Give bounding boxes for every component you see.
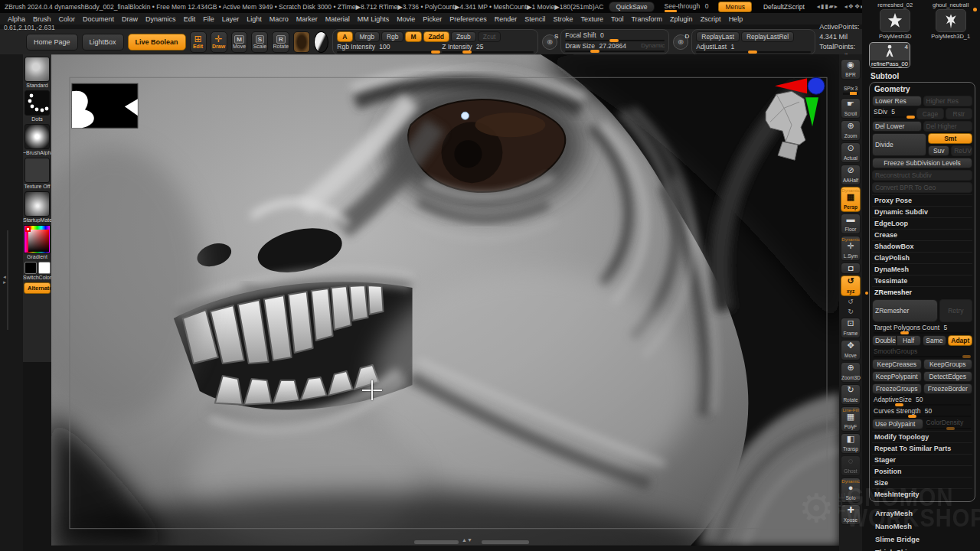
menu-item[interactable]: Material	[325, 15, 350, 23]
focal-shift-slider[interactable]: Focal Shift 0	[565, 31, 665, 41]
palette-section-header[interactable]: ArrayMesh	[869, 507, 977, 520]
geometry-subsection-header[interactable]: Modify Topology	[872, 431, 972, 442]
draw-button[interactable]: ✛ Draw	[211, 31, 227, 53]
subtool-header[interactable]: Subtool	[871, 72, 977, 80]
lightbox-button[interactable]: LightBox	[82, 34, 124, 51]
quicksave-button[interactable]: QuickSave	[609, 2, 654, 12]
freeze-subdivision-button[interactable]: Freeze SubDivision Levels	[872, 158, 972, 168]
color-picker[interactable]	[24, 225, 51, 253]
curves-strength-slider[interactable]: Curves Strength 50	[872, 407, 972, 417]
keeppolypaint-toggle[interactable]: KeepPolypaint	[872, 371, 922, 382]
del-lower-button[interactable]: Del Lower	[872, 121, 922, 132]
right-shelf-button[interactable]: ↻	[841, 308, 861, 316]
right-shelf-button[interactable]: Dynamic ● Solo	[841, 478, 861, 503]
current-alpha-thumbnail[interactable]	[293, 31, 310, 53]
menu-item[interactable]: Transform	[631, 15, 662, 23]
half-button[interactable]: Half	[897, 335, 921, 346]
rgb-intensity-slider[interactable]: Rgb Intensity 100	[337, 43, 440, 53]
canvas-scroll-arrows[interactable]: ▲▼	[462, 537, 472, 543]
lower-res-button[interactable]: Lower Res	[872, 96, 922, 106]
menu-item[interactable]: Macro	[270, 15, 289, 23]
geometry-subsection-header[interactable]: ShadowBox	[872, 240, 972, 252]
same-button[interactable]: Same	[923, 335, 947, 346]
menus-button[interactable]: Menus	[718, 2, 752, 12]
canvas-scrollbar-left[interactable]	[414, 540, 459, 544]
saturation-square[interactable]	[28, 230, 49, 252]
right-shelf-button[interactable]: ✥ Move	[841, 340, 861, 360]
menu-item[interactable]: Zscript	[701, 15, 721, 23]
replay-last-rel-button[interactable]: ReplayLastRel	[741, 31, 794, 42]
right-shelf-button[interactable]: ↻ Rotate	[841, 384, 861, 405]
menu-item[interactable]: Draw	[122, 15, 138, 23]
right-shelf-button[interactable]: ◘	[841, 262, 861, 274]
freezeborder-toggle[interactable]: FreezeBorder	[923, 383, 973, 394]
menu-item[interactable]: MM Lights	[358, 15, 390, 23]
geometry-subsection-header[interactable]: Dynamic Subdiv	[872, 206, 972, 217]
suv-toggle[interactable]: Suv	[928, 145, 949, 156]
selected-tool-slot[interactable]: 4 refinePass_00	[869, 42, 910, 68]
geometry-subsection-header[interactable]: EdgeLoop	[872, 217, 972, 229]
edit-button[interactable]: ⊞ Edit	[190, 31, 207, 53]
adjust-settings-icon[interactable]: ◎D	[673, 34, 688, 50]
draw-size-slider[interactable]: Draw Size 27.20864 Dynamic	[565, 42, 665, 52]
menu-item[interactable]: File	[203, 15, 214, 23]
divide-button[interactable]: Divide	[872, 133, 926, 156]
menu-item[interactable]: Marker	[296, 15, 318, 23]
right-shelf-button[interactable]: Dynamic ✛ L.Sym	[841, 236, 861, 261]
current-material-thumbnail[interactable]	[314, 31, 328, 53]
divider-bars-icon[interactable]: ◂▮▮▰▸	[817, 3, 838, 10]
menu-item[interactable]: Preferences	[449, 15, 487, 23]
brush-thumbnail[interactable]	[24, 57, 50, 82]
stroke-settings-icon[interactable]: ◎S	[542, 34, 557, 50]
geometry-subsection-header[interactable]: Position	[872, 465, 972, 477]
palette-section-header[interactable]: Slime Bridge	[869, 533, 977, 546]
geometry-subsection-header[interactable]: DynaMesh	[872, 263, 972, 275]
texture-thumbnail[interactable]	[24, 158, 50, 183]
default-zscript-button[interactable]: DefaultZScript	[756, 2, 812, 12]
double-button[interactable]: Double	[872, 335, 897, 346]
target-polygons-slider[interactable]: Target Polygons Count 5	[872, 324, 972, 334]
keepgroups-toggle[interactable]: KeepGroups	[923, 359, 973, 370]
adaptivesize-slider[interactable]: AdaptiveSize 50	[872, 396, 972, 406]
move-button[interactable]: M Move	[231, 31, 248, 53]
menu-item[interactable]: Alpha	[8, 15, 25, 23]
menu-item[interactable]: Tool	[611, 15, 624, 23]
canvas-scrollbar-right[interactable]	[482, 540, 529, 544]
menu-item[interactable]: Document	[83, 15, 114, 23]
menu-item[interactable]: Edit	[184, 15, 196, 23]
secondary-color-swatch[interactable]	[38, 262, 51, 274]
a-toggle[interactable]: A	[337, 31, 352, 42]
sdiv-slider[interactable]: SDiv 5	[872, 108, 915, 118]
right-shelf-button[interactable]: ↺ xyz	[841, 276, 861, 296]
menu-item[interactable]: Zplugin	[670, 15, 693, 23]
right-shelf-button[interactable]: ⊕ Zoom	[841, 120, 861, 141]
geometry-header[interactable]: Geometry	[874, 85, 972, 93]
switch-color-label[interactable]: SwitchColor	[23, 275, 51, 280]
geometry-subsection-header[interactable]: ClayPolish	[872, 252, 972, 263]
geometry-subsection-header[interactable]: MeshIntegrity	[872, 488, 972, 500]
use-polypaint-toggle[interactable]: Use Polypaint	[872, 419, 923, 429]
right-shelf-button[interactable]: ⊕ Zoom3D	[841, 362, 861, 383]
right-shelf-button[interactable]: Line-Fill ▦ PolyF	[841, 406, 861, 432]
palette-section-header[interactable]: NanoMesh	[869, 520, 977, 533]
palette-section-header[interactable]: Thick Skin	[869, 546, 977, 551]
geometry-subsection-header[interactable]: Proxy Pose	[872, 194, 972, 206]
stroke-thumbnail[interactable]	[24, 90, 50, 116]
keepcreases-toggle[interactable]: KeepCreases	[872, 359, 922, 370]
menu-item[interactable]: Texture	[580, 15, 603, 23]
adapt-toggle[interactable]: Adapt	[948, 335, 972, 346]
right-shelf-button[interactable]: ⊘ AAHalf	[841, 165, 861, 185]
m-toggle[interactable]: M	[405, 31, 421, 42]
right-shelf-button[interactable]: SPix3	[841, 81, 861, 96]
document-canvas[interactable]: ▲▼	[51, 54, 839, 546]
geometry-subsection-header[interactable]: Size	[872, 477, 972, 488]
detectedges-toggle[interactable]: DetectEdges	[923, 371, 973, 382]
menu-item[interactable]: Layer	[222, 15, 240, 23]
menu-item[interactable]: Brush	[33, 15, 51, 23]
menu-item[interactable]: Movie	[397, 15, 415, 23]
spix-slider[interactable]	[843, 93, 858, 95]
z-intensity-slider[interactable]: Z Intensity 25	[442, 43, 534, 53]
right-shelf-button[interactable]: ↺	[841, 298, 861, 306]
scale-button[interactable]: S Scale	[251, 31, 268, 53]
right-shelf-button[interactable]: ▬ Floor	[841, 214, 861, 234]
